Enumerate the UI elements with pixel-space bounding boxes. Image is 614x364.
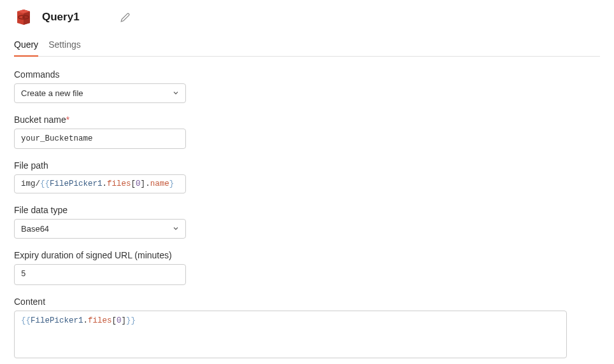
- expiry-label: Expiry duration of signed URL (minutes): [14, 250, 600, 260]
- file-path-group: File path img/{{FilePicker1.files[0].nam…: [14, 160, 600, 193]
- required-asterisk: *: [66, 115, 69, 125]
- tab-settings[interactable]: Settings: [48, 34, 81, 56]
- commands-group: Commands Create a new file: [14, 69, 600, 103]
- page-title: Query1: [42, 11, 80, 24]
- file-path-label: File path: [14, 160, 600, 171]
- file-data-type-label: File data type: [14, 205, 600, 215]
- tabs: Query Settings: [14, 34, 600, 57]
- tab-query[interactable]: Query: [14, 34, 38, 56]
- bucket-name-input[interactable]: [14, 129, 186, 149]
- commands-label: Commands: [14, 69, 600, 80]
- header: Query1: [14, 8, 600, 34]
- svg-point-1: [22, 16, 25, 18]
- expiry-input[interactable]: [14, 264, 186, 284]
- s3-logo-icon: [14, 8, 33, 27]
- bucket-name-label: Bucket name*: [14, 115, 600, 125]
- file-data-type-group: File data type Base64: [14, 205, 600, 239]
- content-label: Content: [14, 297, 600, 307]
- commands-select[interactable]: Create a new file: [14, 83, 186, 103]
- content-textarea[interactable]: {{FilePicker1.files[0]}}: [14, 311, 567, 358]
- file-path-input[interactable]: img/{{FilePicker1.files[0].name}: [14, 174, 186, 193]
- file-data-type-select[interactable]: Base64: [14, 219, 186, 239]
- bucket-name-group: Bucket name*: [14, 115, 600, 149]
- content-group: Content {{FilePicker1.files[0]}}: [14, 297, 600, 358]
- edit-icon[interactable]: [120, 13, 130, 22]
- expiry-group: Expiry duration of signed URL (minutes): [14, 250, 600, 284]
